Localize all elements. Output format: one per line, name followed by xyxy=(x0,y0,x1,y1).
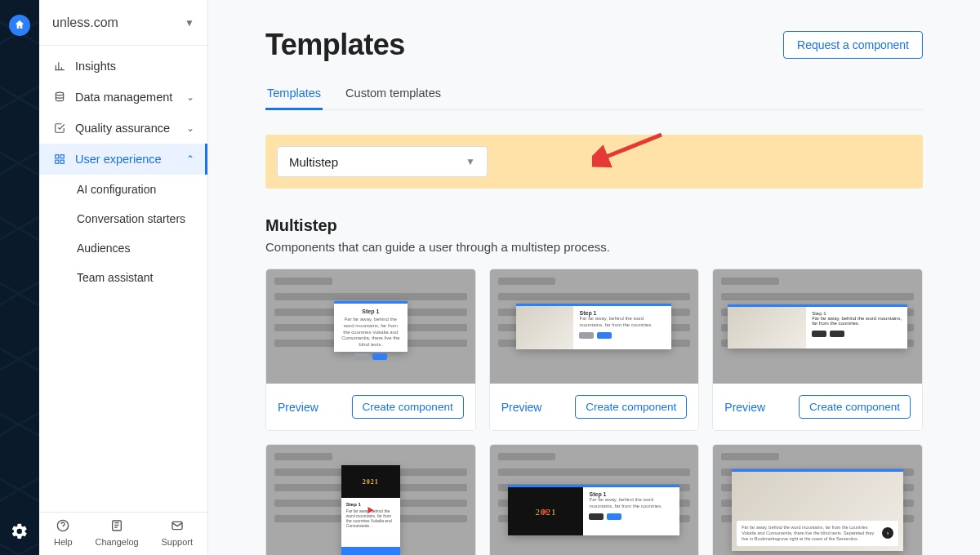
sidebar-item-label: User experience xyxy=(75,153,162,166)
sidebar-sub-label: Team assistant xyxy=(77,271,153,284)
section-heading: Multistep xyxy=(265,216,923,235)
category-dropdown[interactable]: Multistep ▼ xyxy=(277,146,488,177)
footer-label: Help xyxy=(54,537,73,547)
page-title: Templates xyxy=(265,28,405,62)
chevron-down-icon: ⌄ xyxy=(186,91,194,103)
template-thumbnail: Step 1 Far far away, behind the word mou… xyxy=(490,269,699,384)
sidebar-item-insights[interactable]: Insights xyxy=(39,51,207,82)
sidebar-item-label: Quality assurance xyxy=(75,122,170,135)
sidebar-footer: Help Changelog Support xyxy=(39,512,207,555)
next-icon: › xyxy=(882,527,893,539)
sidebar-item-label: Insights xyxy=(75,60,116,73)
template-thumbnail: Far far away, behind the word mountains,… xyxy=(713,445,922,555)
workspace-switcher[interactable]: unless.com ▼ xyxy=(39,0,207,46)
modal-preview: Step 1 Far far away, behind the word mou… xyxy=(728,304,907,349)
settings-icon[interactable] xyxy=(11,522,29,540)
request-component-button[interactable]: Request a component xyxy=(783,31,923,59)
template-grid: Step 1 Far far away, behind the word mou… xyxy=(265,269,923,555)
sidebar-sub-label: Audiences xyxy=(77,242,130,255)
filter-bar: Multistep ▼ xyxy=(265,135,923,189)
sidebar: unless.com ▼ Insights Data management ⌄ … xyxy=(39,0,208,555)
svg-rect-4 xyxy=(60,160,64,163)
footer-help[interactable]: Help xyxy=(54,519,73,547)
template-thumbnail: Step 1 Far far away, behind the word mou… xyxy=(713,269,922,384)
preview-link[interactable]: Preview xyxy=(724,401,765,414)
main-content: Templates Request a component Templates … xyxy=(208,0,980,555)
svg-point-0 xyxy=(56,92,63,95)
footer-label: Changelog xyxy=(95,537,138,547)
template-thumbnail: Step 1 Far far away, behind the word mou… xyxy=(266,269,475,384)
chevron-down-icon: ▼ xyxy=(185,17,194,29)
sidebar-item-quality-assurance[interactable]: Quality assurance ⌄ xyxy=(39,113,207,144)
template-card: Step 1 Far far away, behind the word mou… xyxy=(489,269,700,431)
modal-preview: Far far away, behind the word mountains,… xyxy=(732,469,903,551)
dropdown-value: Multistep xyxy=(289,155,338,169)
template-card: Step 1 Far far away, behind the word mou… xyxy=(712,269,923,431)
sidebar-item-data-management[interactable]: Data management ⌄ xyxy=(39,82,207,113)
template-thumbnail: 2021 Step 1 Far far away, behind the wor… xyxy=(490,445,699,555)
sidebar-nav: Insights Data management ⌄ Quality assur… xyxy=(39,46,207,512)
sidebar-sub-audiences[interactable]: Audiences xyxy=(39,233,207,263)
template-card: Far far away, behind the word mountains,… xyxy=(712,444,923,555)
preview-link[interactable]: Preview xyxy=(501,401,542,414)
svg-line-8 xyxy=(600,135,662,159)
template-card: 2021 Step 1 Far far away, behind the wor… xyxy=(265,444,476,555)
template-card: 2021 Step 1 Far far away, behind the wor… xyxy=(489,444,700,555)
svg-rect-2 xyxy=(60,155,64,158)
template-card: Step 1 Far far away, behind the word mou… xyxy=(265,269,476,431)
sidebar-item-user-experience[interactable]: User experience ⌃ xyxy=(39,144,207,175)
tab-custom-templates[interactable]: Custom templates xyxy=(344,78,443,110)
chevron-up-icon: ⌃ xyxy=(186,153,194,165)
annotation-arrow-icon xyxy=(592,133,666,174)
preview-link[interactable]: Preview xyxy=(278,401,318,414)
create-component-button[interactable]: Create component xyxy=(352,395,464,419)
app-rail xyxy=(0,0,39,555)
svg-rect-1 xyxy=(56,155,59,158)
section-description: Components that can guide a user through… xyxy=(265,240,923,254)
sidebar-sub-ai-configuration[interactable]: AI configuration xyxy=(39,175,207,204)
create-component-button[interactable]: Create component xyxy=(799,395,911,419)
changelog-icon xyxy=(110,519,123,535)
svg-rect-3 xyxy=(56,160,59,163)
chevron-down-icon: ▼ xyxy=(466,156,475,167)
workspace-name: unless.com xyxy=(52,16,118,30)
modal-preview: 2021 Step 1 Far far away, behind the wor… xyxy=(341,465,400,555)
template-thumbnail: 2021 Step 1 Far far away, behind the wor… xyxy=(266,445,475,555)
modal-preview: Step 1 Far far away, behind the word mou… xyxy=(516,304,671,349)
data-icon xyxy=(52,91,67,103)
sidebar-sub-label: Conversation starters xyxy=(77,212,185,225)
sidebar-sub-team-assistant[interactable]: Team assistant xyxy=(39,263,207,292)
insights-icon xyxy=(52,60,67,72)
sidebar-sub-label: AI configuration xyxy=(77,183,156,196)
app-logo[interactable] xyxy=(9,15,30,36)
section-header: Multistep Components that can guide a us… xyxy=(265,216,923,254)
tab-templates[interactable]: Templates xyxy=(265,78,323,110)
ux-icon xyxy=(52,153,67,165)
footer-changelog[interactable]: Changelog xyxy=(95,519,138,547)
qa-icon xyxy=(52,122,67,134)
modal-preview: Step 1 Far far away, behind the word mou… xyxy=(334,301,408,352)
chevron-down-icon: ⌄ xyxy=(186,122,194,134)
sidebar-sub-conversation-starters[interactable]: Conversation starters xyxy=(39,204,207,233)
support-icon xyxy=(171,519,184,535)
modal-preview: 2021 Step 1 Far far away, behind the wor… xyxy=(508,485,679,535)
sidebar-item-label: Data management xyxy=(75,91,172,104)
footer-support[interactable]: Support xyxy=(162,519,194,547)
footer-label: Support xyxy=(162,537,194,547)
help-icon xyxy=(56,519,69,535)
create-component-button[interactable]: Create component xyxy=(575,395,687,419)
tabs: Templates Custom templates xyxy=(265,78,923,110)
